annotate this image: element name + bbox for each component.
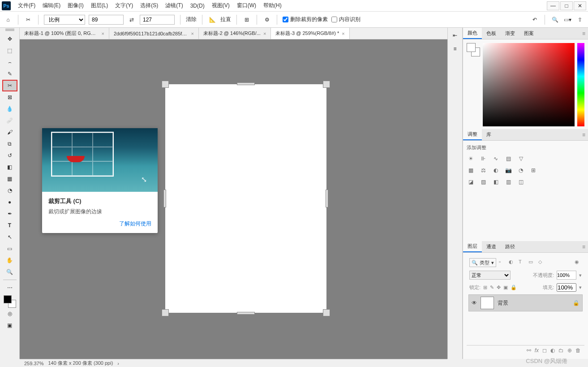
color-field[interactable] bbox=[483, 43, 575, 126]
move-tool[interactable]: ✥ bbox=[2, 33, 17, 45]
layer-mask-icon[interactable]: ◻ bbox=[542, 347, 547, 354]
marquee-tool[interactable]: ⬚ bbox=[2, 45, 17, 56]
lock-pixels-icon[interactable]: ⊞ bbox=[483, 285, 487, 290]
lock-position-icon[interactable]: ✎ bbox=[490, 285, 494, 290]
tooltip-learn-link[interactable]: 了解如何使用 bbox=[48, 220, 151, 228]
pen-tool[interactable]: ✒ bbox=[2, 208, 17, 220]
status-more-icon[interactable]: › bbox=[117, 361, 119, 366]
new-fill-icon[interactable]: ◐ bbox=[550, 347, 555, 354]
menu-view[interactable]: 视图(V) bbox=[208, 0, 233, 11]
tab-layers[interactable]: 图层 bbox=[463, 241, 482, 252]
layer-filter-type[interactable]: 🔍 类型 ▾ bbox=[469, 258, 496, 267]
quick-mask[interactable]: ◎ bbox=[2, 308, 17, 320]
link-layers-icon[interactable]: ⚯ bbox=[527, 347, 531, 354]
minimize-button[interactable]: — bbox=[547, 1, 559, 10]
new-layer-icon[interactable]: ⊕ bbox=[567, 347, 572, 354]
curves-icon[interactable]: ∿ bbox=[492, 155, 500, 163]
eyedropper-tool[interactable]: 💧 bbox=[2, 103, 17, 115]
canvas[interactable] bbox=[165, 84, 326, 313]
hue-slider[interactable] bbox=[577, 43, 584, 126]
blur-tool[interactable]: ◔ bbox=[2, 185, 17, 196]
eraser-tool[interactable]: ◧ bbox=[2, 161, 17, 173]
close-icon[interactable]: × bbox=[191, 31, 194, 36]
menu-help[interactable]: 帮助(H) bbox=[260, 0, 285, 11]
menu-select[interactable]: 选择(S) bbox=[137, 0, 162, 11]
filter-smart-icon[interactable]: ◇ bbox=[538, 259, 545, 266]
crop-handle-bl[interactable] bbox=[162, 309, 169, 316]
menu-filter[interactable]: 滤镜(T) bbox=[162, 0, 186, 11]
menu-type[interactable]: 文字(Y) bbox=[112, 0, 137, 11]
selective-color-icon[interactable]: ◫ bbox=[517, 178, 525, 186]
panel-menu-icon[interactable]: ≡ bbox=[582, 30, 585, 37]
content-aware-checkbox[interactable]: 内容识别 bbox=[331, 16, 361, 23]
home-icon[interactable]: ⌂ bbox=[4, 15, 13, 24]
layer-thumbnail[interactable] bbox=[481, 297, 494, 309]
filter-shape-icon[interactable]: ▭ bbox=[528, 259, 536, 266]
crop-tool-icon[interactable]: ✂ bbox=[24, 15, 33, 24]
overlay-icon[interactable]: ⊞ bbox=[242, 15, 251, 24]
photo-filter-icon[interactable]: 📷 bbox=[504, 166, 512, 174]
menu-3d[interactable]: 3D(D) bbox=[187, 1, 208, 11]
blend-mode-select[interactable]: 正常 bbox=[469, 271, 511, 280]
doc-tab-1[interactable]: 2dd6f9f590117b121d0cafb285f45916.png @ 6… bbox=[109, 28, 199, 39]
type-tool[interactable]: T bbox=[2, 220, 17, 231]
crop-handle-r[interactable] bbox=[326, 190, 328, 207]
zoom-tool[interactable]: 🔍 bbox=[2, 266, 17, 278]
dodge-tool[interactable]: ● bbox=[2, 196, 17, 208]
tab-color[interactable]: 颜色 bbox=[463, 28, 482, 39]
vibrance-icon[interactable]: ▽ bbox=[517, 155, 525, 163]
crop-height-input[interactable] bbox=[140, 15, 175, 25]
edit-toolbar[interactable]: ⋯ bbox=[2, 282, 17, 294]
lock-artboard-icon[interactable]: ✥ bbox=[497, 285, 501, 290]
doc-dimensions[interactable]: 140 像素 x 200 像素 (300 ppi) bbox=[48, 360, 113, 367]
crop-handle-tl[interactable] bbox=[162, 81, 169, 88]
straighten-icon[interactable]: 📐 bbox=[208, 15, 217, 24]
visibility-icon[interactable]: 👁 bbox=[472, 300, 477, 306]
search-icon[interactable]: 🔍 bbox=[550, 15, 559, 24]
clear-button[interactable]: 清除 bbox=[186, 16, 197, 23]
lock-all-icon[interactable]: 🔒 bbox=[511, 285, 517, 290]
doc-tab-3[interactable]: 未标题-3 @ 259%(RGB/8#) *× bbox=[271, 28, 349, 39]
menu-layer[interactable]: 图层(L) bbox=[87, 0, 112, 11]
doc-tab-0[interactable]: 未标题-1 @ 100% (图层 0, RGB/8...× bbox=[20, 28, 109, 39]
crop-handle-l[interactable] bbox=[163, 190, 166, 207]
close-button[interactable]: ✕ bbox=[574, 1, 586, 10]
panel-menu-icon[interactable]: ≡ bbox=[582, 244, 585, 250]
gradient-map-icon[interactable]: ▥ bbox=[504, 178, 512, 186]
exposure-icon[interactable]: ▤ bbox=[504, 155, 512, 163]
expand-panels-icon[interactable]: ⇤ bbox=[450, 30, 460, 40]
hue-icon[interactable]: ▦ bbox=[467, 166, 475, 174]
menu-edit[interactable]: 编辑(E) bbox=[39, 0, 64, 11]
channel-mixer-icon[interactable]: ◔ bbox=[517, 166, 525, 174]
levels-icon[interactable]: ⊪ bbox=[479, 155, 487, 163]
new-group-icon[interactable]: 🗀 bbox=[558, 347, 564, 354]
menu-file[interactable]: 文件(F) bbox=[14, 0, 39, 11]
opacity-input[interactable] bbox=[557, 271, 576, 280]
gradient-tool[interactable]: ▦ bbox=[2, 173, 17, 185]
fill-input[interactable] bbox=[557, 283, 576, 292]
zoom-level[interactable]: 259.37% bbox=[24, 361, 43, 366]
lock-nest-icon[interactable]: ▣ bbox=[503, 285, 508, 290]
panel-menu-icon[interactable]: ≡ bbox=[582, 132, 585, 138]
crop-width-input[interactable] bbox=[89, 15, 124, 25]
share-icon[interactable]: ⇧ bbox=[575, 15, 584, 24]
menu-image[interactable]: 图像(I) bbox=[64, 0, 87, 11]
bw-icon[interactable]: ◐ bbox=[492, 166, 500, 174]
lookup-icon[interactable]: ⊞ bbox=[529, 166, 537, 174]
filter-type-icon[interactable]: T bbox=[519, 259, 526, 266]
color-balance-icon[interactable]: ⚖ bbox=[479, 166, 487, 174]
reset-icon[interactable]: ↶ bbox=[530, 15, 539, 24]
delete-cropped-checkbox[interactable]: 删除裁剪的像素 bbox=[283, 16, 328, 23]
tab-channels[interactable]: 通道 bbox=[482, 241, 501, 252]
tab-libraries[interactable]: 库 bbox=[482, 129, 496, 140]
crop-tool[interactable]: ✂ bbox=[2, 80, 17, 91]
shape-tool[interactable]: ▭ bbox=[2, 243, 17, 255]
close-icon[interactable]: × bbox=[342, 31, 344, 36]
clone-tool[interactable]: ⧉ bbox=[2, 138, 17, 150]
tab-pattern[interactable]: 图案 bbox=[519, 28, 538, 39]
close-icon[interactable]: × bbox=[102, 31, 104, 36]
tab-gradient[interactable]: 渐变 bbox=[501, 28, 519, 39]
settings-icon[interactable]: ⚙ bbox=[262, 15, 271, 24]
crop-handle-t[interactable] bbox=[237, 82, 255, 85]
threshold-icon[interactable]: ◧ bbox=[492, 178, 500, 186]
